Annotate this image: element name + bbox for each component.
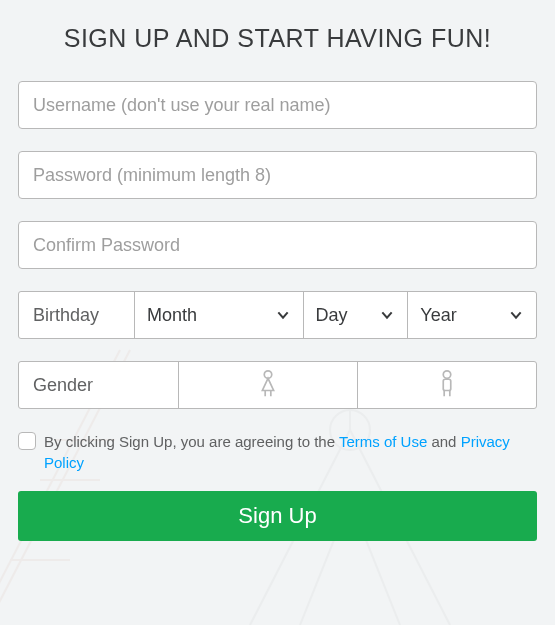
gender-row: Gender [18,361,537,409]
sign-up-button[interactable]: Sign Up [18,491,537,541]
terms-checkbox[interactable] [18,432,36,450]
svg-rect-13 [443,379,451,390]
chevron-down-icon [379,307,395,323]
chevron-down-icon [508,307,524,323]
female-icon [253,368,283,402]
gender-label: Gender [19,362,179,408]
male-icon [432,368,462,402]
birthday-row: Birthday Month Day Year [18,291,537,339]
birthday-day-value: Day [316,305,348,326]
birthday-year-value: Year [420,305,456,326]
terms-row: By clicking Sign Up, you are agreeing to… [18,431,537,473]
confirm-password-input[interactable] [18,221,537,269]
birthday-year-select[interactable]: Year [408,292,536,338]
username-input[interactable] [18,81,537,129]
chevron-down-icon [275,307,291,323]
gender-female-button[interactable] [179,362,358,408]
terms-mid: and [427,433,460,450]
birthday-day-select[interactable]: Day [304,292,409,338]
birthday-month-select[interactable]: Month [135,292,304,338]
password-input[interactable] [18,151,537,199]
terms-text: By clicking Sign Up, you are agreeing to… [44,431,537,473]
terms-of-use-link[interactable]: Terms of Use [339,433,427,450]
gender-male-button[interactable] [358,362,536,408]
birthday-month-value: Month [147,305,197,326]
terms-prefix: By clicking Sign Up, you are agreeing to… [44,433,339,450]
svg-point-12 [443,371,451,379]
page-title: SIGN UP AND START HAVING FUN! [18,24,537,53]
birthday-label: Birthday [19,292,135,338]
